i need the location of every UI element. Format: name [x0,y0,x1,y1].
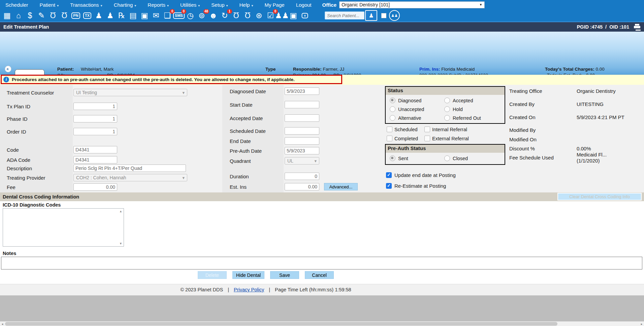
status-radio[interactable]: Alternative [390,115,444,121]
mail-icon[interactable]: ✉ [150,10,162,21]
menu-item[interactable]: Logout [296,2,312,8]
patient-portal-icon[interactable]: ☻ [207,10,219,21]
menu-item[interactable]: Charting [114,2,136,8]
icon-glyph: » [302,13,308,18]
messages-icon[interactable]: ❏0 [162,10,173,21]
print-icon[interactable]: ▣ [288,10,299,21]
quick-launch-icon[interactable]: » [299,10,311,21]
treating-provider-select[interactable]: COH2 : Cohen, Hannah [73,174,187,181]
end-date-input[interactable] [285,137,319,145]
save-button[interactable]: Save [270,271,299,279]
preauth-radio[interactable]: Closed [444,155,505,161]
staff-icon[interactable]: ♟♟ [276,10,288,21]
toolbar-icons: ▦⌂$✎ƱƱPNTX♟♟℞▤▣✉❏0SMS0◷⊚48☻↻1ƱƱ⊛☑0♟♟▣» [0,10,311,21]
preauth-radio[interactable]: Sent [390,155,444,161]
diagnosed-date-input[interactable] [285,87,319,95]
quick-notes-icon[interactable]: ▤ [127,10,139,21]
privacy-policy-link[interactable]: Privacy Policy [234,287,264,292]
tooth-bookmark-icon[interactable]: Ʊ [230,10,242,21]
payments-icon[interactable]: $ [24,10,36,21]
flag-checkbox-row[interactable]: Internal Referral [424,126,469,132]
home-icon[interactable]: ⌂ [13,10,24,21]
collapse-banner-icon[interactable] [5,66,11,72]
status-radio[interactable]: Hold [444,106,505,112]
schedule-calendar-icon[interactable]: ▦ [1,10,13,21]
office-select[interactable]: Organic Dentistry [101] [339,1,485,8]
menu-item[interactable]: Utilities [180,2,200,8]
status-radio[interactable]: Referred Out [444,115,505,121]
search-option-checkbox[interactable] [381,13,386,18]
sms-icon[interactable]: SMS0 [173,10,185,21]
start-date-input[interactable] [285,101,319,108]
scrollbar-thumb[interactable] [5,322,557,326]
patient-search-input[interactable] [325,11,364,20]
web-activity-icon[interactable]: ⊛ [253,10,265,21]
flag-checkbox-row[interactable]: Scheduled [387,126,424,132]
est-ins-input[interactable] [285,183,319,190]
chart-notes-icon[interactable]: ✎ [36,10,47,21]
cancel-button[interactable]: Cancel [305,271,334,279]
flag-checkbox-row[interactable]: Completed [387,136,424,141]
status-radio[interactable]: Diagnosed [390,98,444,103]
duration-input[interactable] [285,173,319,180]
advanced-button[interactable]: Advanced... [324,183,358,190]
status-radio[interactable]: Accepted [444,98,505,103]
time-clock-icon[interactable]: ◷ [185,10,196,21]
treatment-counselor-select[interactable]: UI Testing [73,89,187,96]
code-input[interactable] [73,146,117,153]
reestimate-checkbox[interactable] [386,183,392,189]
phase-id-input[interactable] [73,115,117,122]
status-radio[interactable]: Unaccepted [390,106,444,112]
menu-item[interactable]: Patient [40,2,59,8]
update-end-date-checkbox[interactable] [386,172,392,178]
print-page-icon[interactable] [634,24,641,30]
tx-plan-id-input[interactable] [73,103,117,110]
tooth-help-icon[interactable]: Ʊ [242,10,253,21]
scroll-right-icon[interactable] [639,322,644,326]
description-input[interactable] [73,165,186,172]
order-id-input[interactable] [73,128,117,135]
progress-notes-icon[interactable]: PN [70,10,82,21]
treatment-counselor-label: Treatment Counselor [7,90,54,96]
ada-code-input[interactable] [73,156,117,164]
notes-textarea[interactable] [1,257,642,269]
document-scan-icon[interactable]: ▣ [139,10,150,21]
scroll-up-icon[interactable] [119,210,122,213]
menu-item[interactable]: Help [239,2,253,8]
scheduled-date-input[interactable] [285,127,319,135]
restorative-chart-icon[interactable]: Ʊ [47,10,59,21]
icd10-listbox[interactable] [3,208,124,247]
fee-input[interactable] [73,183,117,191]
menu-item[interactable]: Setup [211,2,228,8]
menu-item[interactable]: Reports [148,2,169,8]
scroll-down-icon[interactable] [119,242,122,245]
recall-icon[interactable]: ↻1 [219,10,230,21]
menu-item[interactable]: My Page [264,2,284,8]
add-patient-icon[interactable]: ♟ [93,10,104,21]
prescriptions-rx-icon[interactable]: ℞ [116,10,127,21]
horizontal-scrollbar[interactable] [0,321,644,326]
add-responsible-party-icon[interactable]: ♟ [104,10,116,21]
online-bookings-icon[interactable]: ⊚48 [196,10,207,21]
advanced-patient-search-icon[interactable]: ♟♟ [389,10,400,21]
task-list-icon[interactable]: ☑0 [265,10,276,21]
listbox-scrollbar[interactable] [118,209,123,246]
menu-item[interactable]: Scheduler [5,2,28,8]
preauth-date-input[interactable] [285,147,319,154]
flag-checkbox-row[interactable]: External Referral [424,136,469,141]
quadrant-select[interactable]: UL [285,157,319,165]
treatment-plans-icon[interactable]: TX [82,10,93,21]
perio-chart-icon[interactable]: Ʊ [59,10,70,21]
icon-glyph: ♟♟ [275,12,289,20]
patient-search-button[interactable]: ♟ [365,10,377,21]
scroll-left-icon[interactable] [0,322,5,326]
accepted-date-input[interactable] [285,114,319,122]
cross-coding-title: Dental Cross Coding Information [0,192,644,201]
status-options: DiagnosedAcceptedUnacceptedHoldAlternati… [386,95,505,121]
checkbox-icon [424,136,430,141]
menu-item-label: Charting [114,2,133,8]
hide-dental-button[interactable]: Hide Dental [232,271,264,279]
code-label: Code [7,147,19,153]
phase-id-label: Phase ID [7,116,28,122]
menu-item[interactable]: Transactions [70,2,102,8]
